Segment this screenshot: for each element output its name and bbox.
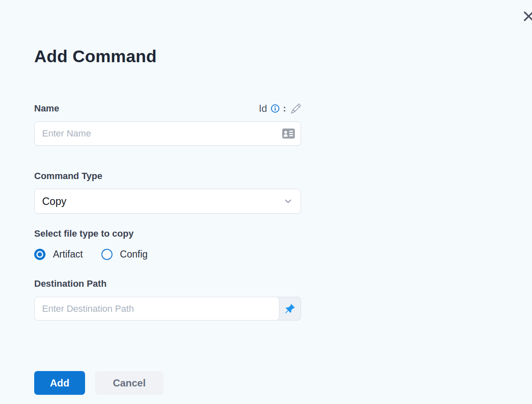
close-icon[interactable] <box>522 9 532 23</box>
name-label-row: Name Id : <box>34 103 301 114</box>
id-cluster: Id : <box>259 103 301 114</box>
info-circle-icon[interactable] <box>271 104 280 113</box>
radio-label: Config <box>120 249 148 260</box>
file-type-label: Select file type to copy <box>34 228 133 239</box>
radio-option-config[interactable]: Config <box>101 249 148 260</box>
contact-card-icon <box>282 129 295 140</box>
add-button[interactable]: Add <box>34 371 85 395</box>
page-title: Add Command <box>34 47 157 66</box>
actions-row: Add Cancel <box>34 371 163 395</box>
name-field-wrap <box>34 121 301 146</box>
radio-unselected-icon <box>101 249 113 260</box>
name-input[interactable] <box>34 121 301 146</box>
command-type-label: Command Type <box>34 171 102 182</box>
destination-path-label: Destination Path <box>34 278 107 289</box>
cancel-button[interactable]: Cancel <box>95 371 163 395</box>
destination-path-input[interactable] <box>34 297 279 321</box>
id-label: Id <box>259 103 267 114</box>
destination-path-group <box>34 297 301 321</box>
pencil-icon[interactable] <box>291 104 301 114</box>
pushpin-icon[interactable] <box>279 297 301 320</box>
add-command-modal: Add Command Name Id : <box>0 0 532 404</box>
id-colon: : <box>283 103 286 114</box>
radio-selected-icon <box>34 249 45 260</box>
radio-label: Artifact <box>53 249 83 260</box>
command-type-select[interactable]: Copy <box>34 189 301 214</box>
radio-option-artifact[interactable]: Artifact <box>34 249 83 260</box>
name-label: Name <box>34 103 59 114</box>
file-type-radio-group: Artifact Config <box>34 249 148 260</box>
chevron-down-icon <box>283 196 293 206</box>
command-type-value: Copy <box>42 195 283 207</box>
